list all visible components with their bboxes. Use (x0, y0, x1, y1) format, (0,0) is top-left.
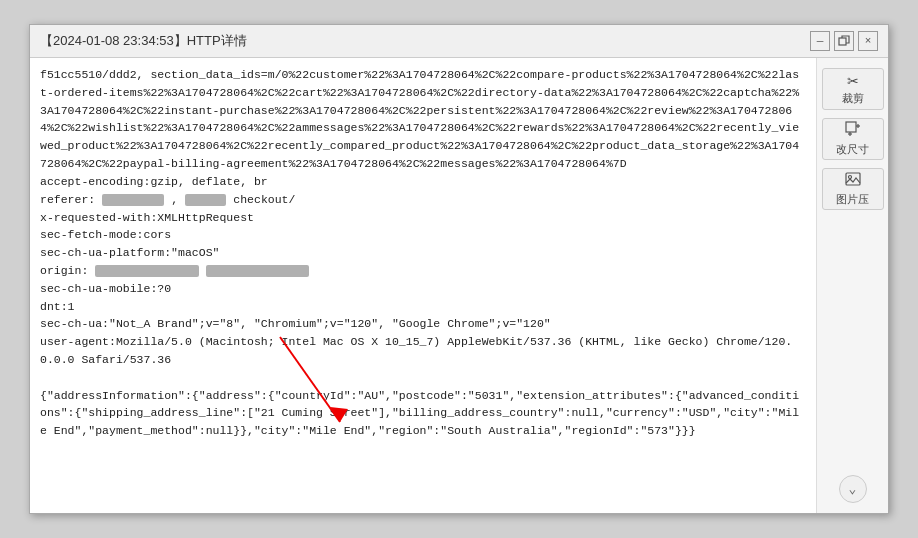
http-line-origin: origin: (40, 262, 806, 280)
scroll-down-button[interactable]: ⌄ (839, 475, 867, 503)
restore-button[interactable] (834, 31, 854, 51)
svg-rect-8 (846, 173, 860, 185)
crop-icon: ✂ (847, 73, 859, 89)
resize-label: 改尺寸 (836, 142, 869, 157)
svg-rect-3 (846, 122, 856, 132)
content-area: f51cc5510/ddd2, section_data_ids=m/0%22c… (30, 58, 888, 513)
chevron-down-icon: ⌄ (849, 481, 857, 497)
crop-label: 裁剪 (842, 91, 864, 106)
http-line-dnt: dnt:1 (40, 298, 806, 316)
http-detail-window: 【2024-01-08 23:34:53】HTTP详情 — × f51cc551… (29, 24, 889, 514)
svg-point-9 (848, 176, 851, 179)
http-line-mobile: sec-ch-ua-mobile:?0 (40, 280, 806, 298)
http-line-platform: sec-ch-ua-platform:"macOS" (40, 244, 806, 262)
window-title: 【2024-01-08 23:34:53】HTTP详情 (40, 32, 247, 50)
http-line-url: f51cc5510/ddd2, section_data_ids=m/0%22c… (40, 66, 806, 173)
http-line-xhr: x-requested-with:XMLHttpRequest (40, 209, 806, 227)
window-controls: — × (810, 31, 878, 51)
main-content: f51cc5510/ddd2, section_data_ids=m/0%22c… (30, 58, 816, 513)
svg-rect-0 (839, 38, 846, 45)
image-icon (845, 171, 861, 190)
http-line-sec-ch-ua: sec-ch-ua:"Not_A Brand";v="8", "Chromium… (40, 315, 806, 333)
redacted-referer2 (185, 194, 226, 206)
http-line-accept-encoding: accept-encoding:gzip, deflate, br (40, 173, 806, 191)
http-line-sec-fetch: sec-fetch-mode:cors (40, 226, 806, 244)
minimize-button[interactable]: — (810, 31, 830, 51)
redacted-referer1 (102, 194, 164, 206)
right-panel: ✂ 裁剪 改尺寸 (816, 58, 888, 513)
close-button[interactable]: × (858, 31, 878, 51)
http-line-empty (40, 369, 806, 387)
image-compress-label: 图片压 (836, 192, 869, 207)
resize-button[interactable]: 改尺寸 (822, 118, 884, 160)
http-line-referer: referer: , checkout/ (40, 191, 806, 209)
image-compress-button[interactable]: 图片压 (822, 168, 884, 210)
resize-icon (845, 121, 861, 140)
crop-button[interactable]: ✂ 裁剪 (822, 68, 884, 110)
http-line-json: {"addressInformation":{"address":{"count… (40, 387, 806, 440)
title-bar: 【2024-01-08 23:34:53】HTTP详情 — × (30, 25, 888, 58)
http-content-scroll[interactable]: f51cc5510/ddd2, section_data_ids=m/0%22c… (30, 58, 816, 513)
http-body-container: {"addressInformation":{"address":{"count… (40, 387, 806, 440)
http-line-user-agent: user-agent:Mozilla/5.0 (Macintosh; Intel… (40, 333, 806, 369)
redacted-origin (95, 265, 199, 277)
redacted-origin2 (206, 265, 310, 277)
